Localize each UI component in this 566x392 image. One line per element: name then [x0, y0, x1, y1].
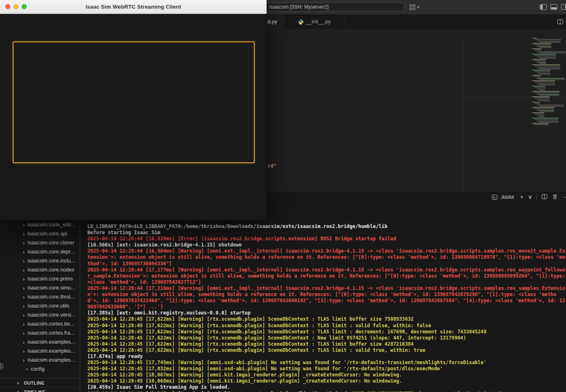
split-editor-icon[interactable] [557, 18, 564, 25]
minimap-line [532, 107, 554, 108]
minimap-line [539, 52, 566, 53]
chevron-right-icon: › [21, 294, 26, 300]
tree-item-label: isaacsim.core.cloner [27, 240, 74, 246]
timeline-section-header[interactable]: › TIMELINE [0, 387, 80, 392]
customize-layout-icon[interactable] [561, 4, 566, 10]
tree-item-label: isaacsim.core.simu... [27, 285, 75, 291]
minimap-line [532, 59, 546, 60]
minimize-button[interactable] [14, 4, 18, 9]
isaac-window-titlebar[interactable]: Isaac Sim WebRTC Streaming Client [0, 0, 267, 14]
panel-actions: + ∨ ··· ^ [520, 194, 566, 200]
terminal-dropdown-icon[interactable]: ∨ [528, 194, 532, 200]
minimap[interactable] [532, 38, 566, 127]
terminal-line: 2025-04-14 12:28:44 [17,177ms] [Warning]… [87, 267, 565, 285]
tree-item[interactable]: ›isaacsim.examples... [0, 346, 80, 356]
streaming-viewport[interactable] [13, 41, 255, 163]
apps-grid-button[interactable]: ∨ [409, 3, 420, 11]
toggle-panel-icon[interactable] [550, 4, 557, 10]
tree-item[interactable]: ›isaacsim.core.simu... [0, 283, 80, 292]
minimap-line [532, 43, 551, 44]
chevron-right-icon: › [21, 285, 26, 291]
chevron-right-icon: › [21, 339, 26, 345]
zoom-button[interactable] [22, 4, 27, 9]
minimap-line [539, 63, 546, 64]
close-button[interactable] [5, 4, 10, 9]
minimap-line [537, 83, 555, 84]
minimap-line [532, 38, 537, 39]
chevron-right-icon: › [21, 267, 26, 273]
terminal-line: LD_LIBRARY_PATH=$LD_LIBRARY_PATH:/home/t… [87, 223, 565, 230]
chevron-right-icon: › [21, 303, 26, 309]
tree-item[interactable]: ›isaacsim.cortex.fra... [0, 328, 80, 337]
tree-item[interactable]: ›isaacsim.examples... [0, 356, 80, 365]
minimap-line [532, 64, 560, 65]
tree-item[interactable]: ›isaacsim.core.throt... [0, 292, 80, 301]
divider [536, 194, 537, 200]
tree-item-label: isaacsim.cortex.fra... [27, 330, 75, 336]
tree-item[interactable]: ›isaacsim.core.prims [0, 274, 80, 283]
terminal-line: 2025-04-14 12:28:45 [18,068ms] [Warning]… [87, 378, 565, 384]
chevron-right-icon: › [21, 312, 26, 318]
terminal-line: 2025-04-14 12:28:44 [16,904ms] [Warning]… [87, 248, 565, 267]
command-center[interactable]: isaacsim [SSH: Myserver2] [265, 2, 404, 11]
tree-item[interactable]: ›isaacsim.code_edit... [0, 220, 80, 229]
tree-item[interactable]: ›isaacsim.core.depr... [0, 247, 80, 256]
tree-item[interactable]: ›config [0, 365, 80, 374]
terminal-line: 2025-04-14 12:28:45 [17,622ms] [Warning]… [87, 335, 565, 341]
terminal-line: [20.459s] Isaac Sim Full Streaming App i… [87, 384, 565, 390]
isaac-sim-window: Isaac Sim WebRTC Streaming Client [0, 0, 267, 220]
editor-group-divider[interactable] [463, 35, 464, 191]
minimap-line [532, 86, 545, 87]
file-tree: ›isaacsim.code_edit...›isaacsim.core.api… [0, 220, 80, 374]
chevron-right-icon: › [21, 276, 26, 282]
minimap-line [532, 118, 559, 119]
minimap-line [534, 39, 561, 40]
minimap-line [537, 46, 551, 47]
minimap-line [537, 94, 559, 95]
toggle-sidebar-icon[interactable] [540, 4, 547, 10]
minimap-line [539, 100, 550, 101]
minimap-line [534, 50, 541, 50]
tree-item[interactable]: ›isaacsim.core.utils [0, 301, 80, 310]
apps-grid-icon [409, 4, 415, 10]
tree-item[interactable]: ›isaacsim.core.cloner [0, 238, 80, 247]
new-terminal-icon[interactable]: + [520, 194, 523, 200]
tree-item[interactable]: ›isaacsim.core.versi... [0, 310, 80, 319]
minimap-line [539, 47, 551, 48]
tree-item[interactable]: ›isaacsim.core.inclu... [0, 256, 80, 265]
minimap-line [537, 73, 550, 73]
terminal-tab-label: ./kit/kit [500, 194, 514, 200]
minimap-line [539, 116, 544, 117]
terminal-tab[interactable]: ./kit/kit [492, 194, 514, 200]
tree-item[interactable]: ›isaacsim.core.api [0, 229, 80, 238]
minimap-line [532, 70, 550, 71]
tree-item[interactable]: ›isaacsim.examples... [0, 337, 80, 346]
python-icon [298, 19, 304, 25]
minimap-line [534, 44, 551, 45]
minimap-line [539, 84, 555, 85]
tree-item-label: isaacsim.cortex.be... [27, 321, 74, 327]
layout-toggles [540, 4, 566, 10]
minimap-line [537, 105, 564, 105]
chevron-right-icon: › [21, 321, 26, 327]
tab-label: __init__.py [306, 19, 331, 25]
tree-item[interactable]: ›isaacsim.cortex.be... [0, 319, 80, 328]
minimap-line [534, 76, 541, 77]
chevron-right-icon: › [16, 380, 21, 386]
tree-item-label: isaacsim.core.versi... [27, 312, 75, 318]
split-terminal-icon[interactable] [541, 194, 548, 200]
window-controls [5, 4, 27, 9]
terminal-output[interactable]: LD_LIBRARY_PATH=$LD_LIBRARY_PATH:/home/t… [87, 223, 565, 392]
tab-init-py[interactable]: __init__.py [284, 14, 345, 29]
more-actions-icon[interactable]: ··· [562, 194, 566, 200]
minimap-line [534, 108, 554, 109]
kill-terminal-icon[interactable] [552, 194, 558, 200]
minimap-line [537, 51, 566, 52]
outline-section-header[interactable]: › OUTLINE [0, 378, 80, 387]
tree-item[interactable]: ›isaacsim.core.nodes [0, 265, 80, 274]
tab-label: d.py [267, 19, 277, 25]
chevron-right-icon: › [21, 240, 26, 246]
tree-item-label: isaacsim.core.nodes [27, 267, 74, 273]
chevron-right-icon: › [21, 249, 26, 255]
minimap-line [539, 58, 556, 59]
